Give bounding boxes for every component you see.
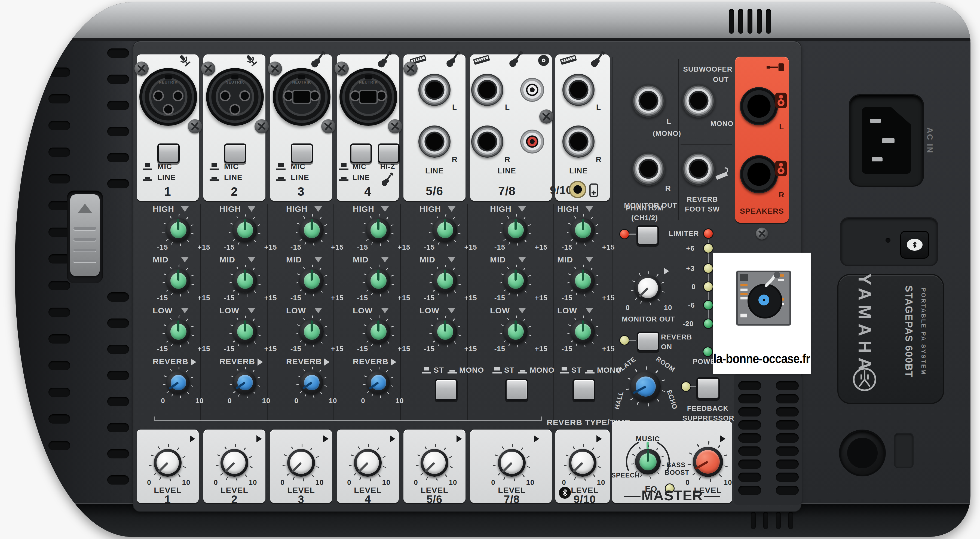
master-level-knob[interactable] <box>687 441 728 482</box>
ch56-level-knob[interactable] <box>416 444 453 482</box>
guitar-icon <box>589 51 607 69</box>
bluetooth-button[interactable] <box>900 231 929 259</box>
ch1-reverb-knob[interactable] <box>163 367 194 398</box>
speakers-l-label: L <box>779 122 784 131</box>
model-tagline: PORTABLE PA SYSTEM <box>920 288 927 375</box>
l-label: L <box>596 103 601 111</box>
handle-latch-slider[interactable] <box>70 194 100 276</box>
low-label: LOW <box>490 306 510 315</box>
mid-label: MID <box>420 255 435 264</box>
center-marker <box>381 206 389 212</box>
knob-max: 10 <box>396 397 404 405</box>
center-marker <box>448 206 455 212</box>
channel-2-mic-line-button[interactable] <box>224 143 247 163</box>
ch910-high-knob[interactable] <box>567 214 599 246</box>
ch1-mid-knob[interactable] <box>162 265 194 297</box>
phantom-button[interactable] <box>636 226 659 245</box>
ch56-high-knob[interactable] <box>429 214 461 246</box>
ch56-mid-knob[interactable] <box>429 265 461 297</box>
reverb-on-button[interactable] <box>637 332 659 351</box>
ch4-level-knob[interactable] <box>349 444 387 482</box>
channel-4-mic-line-button[interactable] <box>350 143 372 163</box>
ch78-st-mono-button[interactable] <box>505 379 528 401</box>
disc-icon <box>537 54 550 67</box>
low-label: LOW <box>557 306 577 315</box>
eq-min: -15 <box>424 345 435 353</box>
ch3-mid-knob[interactable] <box>296 265 328 297</box>
center-marker <box>181 257 189 262</box>
ch3-low-knob[interactable] <box>296 315 328 348</box>
mic-label: MIC <box>158 162 172 171</box>
mid-label: MID <box>153 255 169 264</box>
knob-min: 0 <box>414 478 418 487</box>
arrow-marker <box>390 435 395 442</box>
high-label: HIGH <box>153 204 174 214</box>
low-label: LOW <box>220 306 239 315</box>
subwoofer-caption: SUBWOOFER <box>683 65 733 73</box>
yamaha-logo-icon <box>852 367 877 392</box>
ch1-high-knob[interactable] <box>162 214 194 246</box>
ch3-high-knob[interactable] <box>296 214 328 246</box>
st-position-icon <box>560 367 569 374</box>
ch78-low-knob[interactable] <box>500 315 531 348</box>
eq-max: +15 <box>264 243 277 251</box>
ch910-st-mono-button[interactable] <box>573 379 595 401</box>
knob-max: 10 <box>597 478 605 487</box>
foot-switch-icon <box>714 165 732 180</box>
channel-4-hi-z-button[interactable] <box>378 143 399 163</box>
ch910-level-knob[interactable] <box>564 444 601 482</box>
eq-max: +15 <box>398 243 410 251</box>
eq-max: +15 <box>197 294 210 302</box>
screw <box>388 119 402 134</box>
ch910-low-knob[interactable] <box>567 315 599 348</box>
level-number: 5/6 <box>426 493 442 506</box>
mic-position-icon <box>210 163 219 170</box>
reverb-on-led <box>619 335 630 345</box>
screw <box>334 62 349 76</box>
ch910-mid-knob[interactable] <box>567 265 599 297</box>
top-vent <box>748 9 752 34</box>
channel-3-mic-line-button[interactable] <box>291 143 313 163</box>
eq-min: -15 <box>494 243 506 251</box>
ch2-mid-knob[interactable] <box>229 265 261 297</box>
feedback-suppressor-button[interactable] <box>696 377 720 399</box>
channel-910-line-jack-r <box>562 126 595 157</box>
ch4-reverb-knob[interactable] <box>363 367 394 398</box>
ch78-level-knob[interactable] <box>493 444 531 482</box>
master-dash-left <box>624 496 641 497</box>
reverb-type-time-knob[interactable] <box>625 366 666 407</box>
hi-z-label: Hi-Z <box>380 162 395 171</box>
reverb-label: REVERB <box>220 357 255 366</box>
channel-1-mic-line-button[interactable] <box>158 143 180 163</box>
channel-number: 5/6 <box>426 184 443 198</box>
ch78-mid-knob[interactable] <box>500 265 531 297</box>
knob-max: 10 <box>329 397 337 405</box>
ch4-mid-knob[interactable] <box>362 265 395 297</box>
ch4-high-knob[interactable] <box>362 214 395 246</box>
ch1-level-knob[interactable] <box>149 444 186 482</box>
ch2-reverb-knob[interactable] <box>229 367 261 398</box>
line-position-icon <box>210 174 219 181</box>
ch4-low-knob[interactable] <box>362 315 395 348</box>
ch2-level-knob[interactable] <box>216 444 253 482</box>
monitor-out-knob[interactable] <box>631 271 665 305</box>
guitar-icon <box>507 51 525 69</box>
ch2-low-knob[interactable] <box>229 315 261 348</box>
ch2-high-knob[interactable] <box>229 214 261 246</box>
ch56-st-mono-button[interactable] <box>435 379 458 401</box>
ch3-reverb-knob[interactable] <box>296 367 327 398</box>
connector-brand: NEUTRIK <box>225 80 244 84</box>
knob-min: 0 <box>491 478 495 487</box>
level-number: 2 <box>231 493 237 506</box>
round-button[interactable] <box>839 429 886 476</box>
ch56-low-knob[interactable] <box>429 315 461 348</box>
ch3-level-knob[interactable] <box>282 444 320 482</box>
mono-label: MONO <box>530 366 555 375</box>
output-divider <box>678 59 679 220</box>
strip-divider <box>400 204 401 421</box>
ch1-low-knob[interactable] <box>162 315 194 348</box>
mid-label: MID <box>490 255 506 264</box>
eq-min: -15 <box>157 294 168 302</box>
ch78-high-knob[interactable] <box>500 214 531 246</box>
screw <box>756 227 768 240</box>
